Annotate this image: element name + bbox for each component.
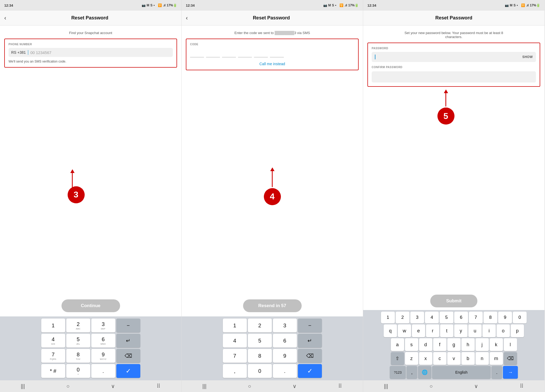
qk-n[interactable]: n: [476, 352, 489, 365]
key-1[interactable]: 1: [41, 319, 65, 332]
phone-input[interactable]: 00 1234567: [30, 50, 170, 55]
key-3[interactable]: 3DEF: [91, 319, 115, 332]
qk-w[interactable]: w: [398, 324, 411, 337]
key-4[interactable]: 4GHI: [41, 334, 65, 348]
qk-t[interactable]: t: [440, 324, 453, 337]
qk-num-5[interactable]: 5: [440, 312, 453, 323]
qk-d[interactable]: d: [419, 338, 432, 351]
qk-r[interactable]: r: [426, 324, 439, 337]
qk-z[interactable]: z: [405, 352, 418, 365]
code-key-backspace[interactable]: ⌫: [298, 349, 322, 363]
code-key-7[interactable]: 7: [223, 349, 247, 363]
code-key-enter[interactable]: ↵: [298, 334, 322, 348]
qk-globe[interactable]: 🌐: [418, 366, 431, 379]
qk-e[interactable]: e: [412, 324, 425, 337]
code-key-minus[interactable]: −: [298, 319, 322, 332]
qk-h[interactable]: h: [461, 338, 475, 351]
nav-apps-icon[interactable]: ⠿: [157, 383, 161, 389]
qk-g[interactable]: g: [447, 338, 461, 351]
code-key-1[interactable]: 1: [223, 319, 247, 332]
qk-num-9[interactable]: 9: [498, 312, 512, 323]
qk-v[interactable]: v: [447, 352, 461, 365]
qk-period[interactable]: .: [491, 366, 502, 379]
code-input-boxes[interactable]: [190, 48, 354, 57]
qk-j[interactable]: j: [476, 338, 489, 351]
nav-home-icon-pwd[interactable]: ○: [429, 383, 433, 389]
qk-y[interactable]: y: [454, 324, 468, 337]
continue-button[interactable]: Continue: [62, 299, 120, 312]
key-enter[interactable]: ↵: [116, 334, 140, 348]
qk-comma[interactable]: ,: [407, 366, 417, 379]
key-6[interactable]: 6MNO: [91, 334, 115, 348]
qk-p[interactable]: p: [511, 324, 524, 337]
qk-num-0[interactable]: 0: [513, 312, 527, 323]
code-key-4[interactable]: 4: [223, 334, 247, 348]
qk-u[interactable]: u: [468, 324, 482, 337]
qk-enter[interactable]: →: [503, 366, 518, 379]
nav-apps-icon-pwd[interactable]: ⠿: [520, 383, 524, 389]
password-input-row[interactable]: SHOW: [372, 52, 536, 62]
back-button-code[interactable]: ‹: [186, 15, 188, 22]
code-key-dot[interactable]: .: [273, 364, 297, 378]
qk-b[interactable]: b: [461, 352, 475, 365]
key-5[interactable]: 5JKL: [66, 334, 90, 348]
key-7[interactable]: 7PQRS: [41, 349, 65, 363]
code-box-1[interactable]: [190, 48, 204, 57]
qk-backspace[interactable]: ⌫: [504, 352, 517, 365]
call-instead-link[interactable]: Call me instead: [190, 62, 354, 66]
code-key-6[interactable]: 6: [273, 334, 297, 348]
qk-num-1[interactable]: 1: [381, 312, 395, 323]
qk-123[interactable]: ?123: [390, 366, 406, 379]
nav-menu-icon-pwd[interactable]: |||: [384, 383, 388, 389]
qk-num-4[interactable]: 4: [425, 312, 439, 323]
nav-menu-icon[interactable]: |||: [21, 383, 25, 389]
code-key-2[interactable]: 2: [248, 319, 272, 332]
key-minus[interactable]: −: [116, 319, 140, 332]
qk-q[interactable]: q: [384, 324, 397, 337]
confirm-password-input[interactable]: [372, 71, 536, 82]
qk-num-2[interactable]: 2: [396, 312, 409, 323]
code-key-9[interactable]: 9: [273, 349, 297, 363]
qk-a[interactable]: a: [391, 338, 404, 351]
key-star-hash[interactable]: * #: [41, 364, 65, 378]
code-key-confirm[interactable]: ✓: [298, 364, 322, 378]
nav-home-icon[interactable]: ○: [66, 383, 69, 389]
qk-k[interactable]: k: [490, 338, 503, 351]
nav-back-icon-pwd[interactable]: ∨: [474, 383, 478, 389]
code-key-8[interactable]: 8: [248, 349, 272, 363]
key-dot[interactable]: .: [91, 364, 115, 378]
qk-s[interactable]: s: [405, 338, 418, 351]
code-key-0[interactable]: 0: [248, 364, 272, 378]
code-box-3[interactable]: [222, 48, 236, 57]
code-box-2[interactable]: [206, 48, 220, 57]
key-confirm[interactable]: ✓: [116, 364, 140, 378]
qk-f[interactable]: f: [433, 338, 446, 351]
qk-num-3[interactable]: 3: [410, 312, 424, 323]
show-password-button[interactable]: SHOW: [522, 55, 533, 59]
qk-english[interactable]: English: [432, 366, 491, 379]
submit-button[interactable]: Submit: [430, 295, 478, 307]
nav-back-icon-code[interactable]: ∨: [293, 383, 297, 389]
code-box-5[interactable]: [254, 48, 268, 57]
qk-l[interactable]: l: [504, 338, 517, 351]
phone-input-row[interactable]: RS +381 00 1234567: [9, 48, 173, 57]
qk-o[interactable]: o: [497, 324, 510, 337]
qk-num-7[interactable]: 7: [469, 312, 483, 323]
qk-shift[interactable]: ⇧: [391, 352, 404, 365]
qk-i[interactable]: i: [482, 324, 496, 337]
key-2[interactable]: 2ABC: [66, 319, 90, 332]
key-8[interactable]: 8TUV: [66, 349, 90, 363]
nav-home-icon-code[interactable]: ○: [248, 383, 251, 389]
code-box-4[interactable]: [238, 48, 252, 57]
qk-c[interactable]: c: [433, 352, 446, 365]
key-backspace[interactable]: ⌫: [116, 349, 140, 363]
key-9[interactable]: 9WXYZ: [91, 349, 115, 363]
qk-num-8[interactable]: 8: [483, 312, 497, 323]
qk-x[interactable]: x: [419, 352, 432, 365]
code-key-3[interactable]: 3: [273, 319, 297, 332]
key-0[interactable]: 0+: [66, 364, 90, 378]
nav-menu-icon-code[interactable]: |||: [202, 383, 207, 389]
qk-m[interactable]: m: [490, 352, 503, 365]
nav-back-icon[interactable]: ∨: [111, 383, 115, 389]
resend-button[interactable]: Resend in 57: [243, 299, 302, 312]
